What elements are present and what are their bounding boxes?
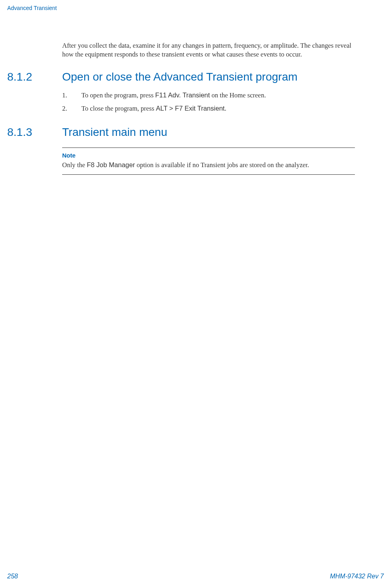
step-text: To close the program, press ALT > F7 Exi… <box>81 104 355 113</box>
page-content: After you collect the data, examine it f… <box>0 11 391 175</box>
note-label: Note <box>62 152 355 159</box>
footer-doc-ref: MHM-97432 Rev 7 <box>330 573 384 580</box>
note-text-after: option is available if no Transient jobs… <box>135 161 309 169</box>
section-812-heading: 8.1.2 Open or close the Advanced Transie… <box>0 71 355 83</box>
list-item: 1. To open the program, press F11 Adv. T… <box>62 91 355 100</box>
list-item: 2. To close the program, press ALT > F7 … <box>62 104 355 113</box>
section-813-title: Transient main menu <box>62 126 167 139</box>
step-text-after: . <box>225 105 226 112</box>
note-key: F8 Job Manager <box>87 161 135 168</box>
step-text: To open the program, press F11 Adv. Tran… <box>81 91 355 100</box>
section-812-title: Open or close the Advanced Transient pro… <box>62 71 298 83</box>
note-text: Only the F8 Job Manager option is availa… <box>62 160 355 170</box>
step-text-after: on the Home screen. <box>210 91 266 99</box>
section-812-steps: 1. To open the program, press F11 Adv. T… <box>62 91 355 113</box>
header-section-name: Advanced Transient <box>7 5 57 11</box>
section-812-number: 8.1.2 <box>0 71 62 83</box>
section-813-number: 8.1.3 <box>0 126 62 139</box>
section-812: 8.1.2 Open or close the Advanced Transie… <box>0 71 355 113</box>
step-key: F11 Adv. Transient <box>155 91 210 99</box>
page-header: Advanced Transient <box>0 0 391 11</box>
section-813-heading: 8.1.3 Transient main menu <box>0 126 355 139</box>
note-block: Note Only the F8 Job Manager option is a… <box>62 148 355 175</box>
step-number: 2. <box>62 104 81 113</box>
step-key: ALT > F7 Exit Transient <box>156 105 225 112</box>
intro-paragraph: After you collect the data, examine it f… <box>62 41 355 59</box>
step-text-before: To close the program, press <box>81 105 156 112</box>
page-footer: 258 MHM-97432 Rev 7 <box>0 573 391 580</box>
step-text-before: To open the program, press <box>81 91 155 99</box>
note-text-before: Only the <box>62 161 87 169</box>
footer-page-number: 258 <box>7 573 18 580</box>
section-813: 8.1.3 Transient main menu Note Only the … <box>0 126 355 175</box>
step-number: 1. <box>62 91 81 100</box>
